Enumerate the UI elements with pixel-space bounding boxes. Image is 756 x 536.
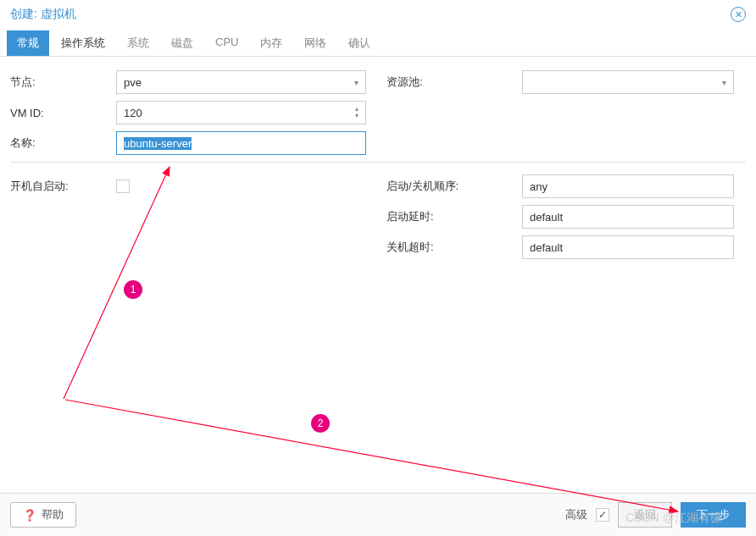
spinner-buttons[interactable]: ▴▾ [355,106,359,119]
order-label: 启动/关机顺序: [386,179,522,194]
next-button[interactable]: 下一步 [681,502,746,528]
node-select[interactable]: pve ▾ [116,70,366,94]
tab-general[interactable]: 常规 [7,30,49,56]
startdelay-input[interactable]: default [522,205,734,229]
vmid-label: VM ID: [10,107,116,119]
name-input[interactable]: ubuntu-server [116,131,366,155]
divider [10,162,746,163]
tab-confirm[interactable]: 确认 [338,30,381,56]
node-value: pve [124,76,142,89]
tab-network[interactable]: 网络 [294,30,336,56]
tab-os[interactable]: 操作系统 [51,30,115,56]
name-label: 名称: [10,135,116,151]
order-input[interactable]: any [522,174,734,198]
startdelay-value: default [530,211,563,224]
footer: ❓ 帮助 高级 返回 下一步 [0,493,756,536]
close-icon[interactable]: ✕ [731,7,746,22]
tab-memory[interactable]: 内存 [250,30,292,56]
order-value: any [530,180,548,193]
help-label: 帮助 [42,507,64,522]
tab-cpu[interactable]: CPU [205,30,248,56]
chevron-down-icon: ▾ [722,78,726,87]
shutdown-input[interactable]: default [522,235,734,259]
help-icon: ❓ [23,509,36,522]
vmid-spinner[interactable]: 120 ▴▾ [116,101,366,124]
vmid-value: 120 [124,107,142,119]
pool-label: 资源池: [386,75,522,90]
tab-system[interactable]: 系统 [117,30,159,56]
name-value: ubuntu-server [124,137,192,150]
advanced-label: 高级 [565,507,587,522]
advanced-checkbox[interactable] [596,508,609,522]
autostart-checkbox[interactable] [116,180,130,193]
node-label: 节点: [10,75,116,90]
help-button[interactable]: ❓ 帮助 [10,502,76,528]
pool-select[interactable]: ▾ [522,70,734,94]
create-vm-dialog: 创建: 虚拟机 ✕ 常规 操作系统 系统 磁盘 CPU 内存 网络 确认 节点:… [0,0,756,536]
back-button[interactable]: 返回 [618,502,672,528]
chevron-down-icon: ▾ [354,78,359,87]
tab-disk[interactable]: 磁盘 [161,30,203,56]
startdelay-label: 启动延时: [386,209,522,224]
shutdown-label: 关机超时: [386,240,522,255]
form-content: 节点: pve ▾ 资源池: ▾ [0,57,756,493]
autostart-label: 开机自启动: [10,179,116,194]
tab-bar: 常规 操作系统 系统 磁盘 CPU 内存 网络 确认 [0,29,756,57]
dialog-title: 创建: 虚拟机 [10,7,76,22]
shutdown-value: default [530,241,563,254]
title-bar: 创建: 虚拟机 ✕ [0,0,756,29]
